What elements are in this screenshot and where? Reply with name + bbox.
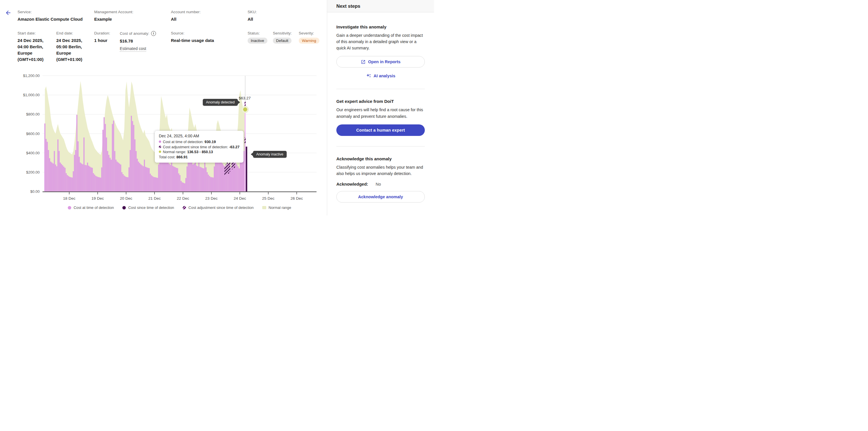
x-axis-label: 25 Dec	[262, 196, 275, 201]
sparkles-icon	[366, 73, 371, 79]
anomaly-detail-page: Service: Amazon Elastic Compute Cloud Ma…	[0, 0, 434, 216]
striped-circle-icon	[183, 206, 186, 210]
y-axis-label: $1,200.00	[23, 73, 40, 78]
open-in-reports-button[interactable]: Open in Reports	[336, 56, 425, 67]
estimated-cost-link[interactable]: Estimated cost	[120, 46, 146, 52]
ai-analysis-link[interactable]: AI analysis	[336, 73, 425, 79]
account-number-field: Account number: All	[171, 10, 201, 23]
tooltip-date: Dec 24, 2025, 4:00 AM	[159, 133, 240, 139]
tooltip-row-normal-range: Normal range: 136.53 - 850.13	[159, 149, 240, 155]
x-axis-label: 20 Dec	[120, 196, 132, 201]
expert-body: Our engineers will help find a root caus…	[336, 106, 425, 119]
y-axis-label: $1,000.00	[23, 93, 40, 97]
duration-field: Duration: 1 hour	[94, 31, 110, 44]
x-axis-label: 19 Dec	[92, 196, 104, 201]
severity-badge: Warning	[299, 38, 319, 44]
expert-section: Get expert advice from DoiT Our engineer…	[336, 89, 425, 135]
tooltip-row-adjustment: Cost adjustment since time of detection:…	[159, 145, 240, 150]
next-steps-panel: Next steps Investigate this anomaly Gain…	[327, 0, 434, 216]
y-axis-label: $400.00	[26, 151, 40, 155]
service-field: Service: Amazon Elastic Compute Cloud	[18, 10, 83, 23]
x-axis-label: 22 Dec	[177, 196, 189, 201]
end-date-label: End date:	[56, 31, 86, 35]
x-axis-label: 26 Dec	[291, 196, 303, 201]
panel-title: Next steps	[336, 3, 360, 9]
panel-header: Next steps	[327, 0, 434, 12]
management-account-label: Management Account:	[94, 10, 133, 14]
anomaly-inactive-badge: Anomaly inactive	[253, 151, 287, 158]
account-number-label: Account number:	[171, 10, 201, 14]
x-axis-label: 18 Dec	[63, 196, 75, 201]
x-axis-label: 21 Dec	[149, 196, 161, 201]
tooltip-row-cost: Cost at time of detection: 930.19	[159, 140, 240, 145]
acknowledged-row: Acknowledged: No	[336, 182, 425, 186]
anomaly-detected-badge: Anomaly detected	[203, 99, 238, 106]
sku-value: All	[248, 16, 257, 23]
status-label: Status:	[248, 31, 268, 35]
start-date-label: Start date:	[18, 31, 48, 35]
sensitivity-label: Sensitivity:	[273, 31, 292, 35]
expert-heading: Get expert advice from DoiT	[336, 99, 425, 104]
sku-field: SKU: All	[248, 10, 257, 23]
y-axis-label: $0.00	[30, 189, 40, 194]
acknowledge-anomaly-button[interactable]: Acknowledge anomaly	[336, 191, 425, 203]
legend-normal-range[interactable]: Normal range	[262, 206, 291, 210]
duration-label: Duration:	[94, 31, 110, 35]
contact-expert-button[interactable]: Contact a human expert	[336, 124, 425, 136]
source-field: Source: Real-time usage data	[171, 31, 214, 44]
sku-label: SKU:	[248, 10, 257, 14]
y-axis-label: $800.00	[26, 112, 40, 116]
y-axis-label: $600.00	[26, 132, 40, 136]
investigate-section: Investigate this anomaly Gain a deeper u…	[336, 12, 425, 79]
cost-of-anomaly-value: $16.78	[120, 38, 156, 44]
start-date-field: Start date: 24 Dec 2025, 04:00 Berlin, E…	[18, 31, 48, 63]
service-value: Amazon Elastic Compute Cloud	[18, 16, 83, 23]
management-account-field: Management Account: Example	[94, 10, 133, 23]
info-icon[interactable]: i	[151, 31, 156, 36]
sensitivity-field: Sensitivity: Default	[273, 31, 292, 44]
tooltip-row-total: Total cost: 866.91	[159, 155, 240, 160]
chart-tooltip: Dec 24, 2025, 4:00 AM Cost at time of de…	[155, 131, 244, 163]
service-label: Service:	[18, 10, 83, 14]
striped-bullet-icon	[159, 146, 161, 148]
peak-value-label: $63.27	[239, 96, 250, 100]
chart-legend: Cost at time of detection Cost since tim…	[42, 206, 316, 210]
acknowledged-label: Acknowledged:	[336, 182, 368, 186]
y-axis-label: $200.00	[26, 170, 40, 175]
investigate-body: Gain a deeper understanding of the cost …	[336, 32, 425, 51]
x-axis-label: 23 Dec	[205, 196, 218, 201]
legend-cost-at-detection[interactable]: Cost at time of detection	[68, 206, 114, 210]
status-field: Status: Inactive	[248, 31, 268, 44]
severity-field: Severity: Warning	[299, 31, 319, 44]
back-button[interactable]	[4, 9, 12, 17]
sensitivity-badge: Default	[273, 38, 291, 44]
investigate-heading: Investigate this anomaly	[336, 24, 425, 29]
acknowledge-body: Classifying cost anomalies helps your te…	[336, 164, 425, 177]
duration-value: 1 hour	[94, 37, 110, 44]
severity-label: Severity:	[299, 31, 319, 35]
band-swatch-icon	[262, 206, 266, 209]
management-account-value: Example	[94, 16, 133, 23]
yellow-bullet-icon	[159, 151, 161, 153]
pink-circle-icon	[68, 206, 71, 210]
x-axis-label: 24 Dec	[234, 196, 246, 201]
end-date-field: End date: 24 Dec 2025, 05:00 Berlin, Eur…	[56, 31, 86, 63]
acknowledged-value: No	[376, 182, 381, 186]
acknowledge-heading: Acknowledge this anomaly	[336, 156, 425, 161]
legend-cost-adjustment[interactable]: Cost adjustment since time of detection	[183, 206, 254, 210]
arrow-left-icon	[5, 9, 11, 16]
start-date-value: 24 Dec 2025, 04:00 Berlin, Europe (GMT+0…	[18, 37, 48, 63]
source-value: Real-time usage data	[171, 37, 214, 44]
status-badge: Inactive	[248, 38, 268, 44]
dark-circle-icon	[122, 206, 126, 210]
pink-bullet-icon	[159, 141, 161, 143]
legend-cost-since-detection[interactable]: Cost since time of detection	[122, 206, 174, 210]
account-number-value: All	[171, 16, 201, 23]
source-label: Source:	[171, 31, 214, 35]
cost-of-anomaly-field: Cost of anomaly: i $16.78 Estimated cost	[120, 31, 156, 52]
acknowledge-section: Acknowledge this anomaly Classifying cos…	[336, 147, 425, 203]
end-date-value: 24 Dec 2025, 05:00 Berlin, Europe (GMT+0…	[56, 37, 86, 63]
cost-of-anomaly-label: Cost of anomaly:	[120, 31, 149, 36]
open-in-new-icon	[361, 60, 366, 64]
